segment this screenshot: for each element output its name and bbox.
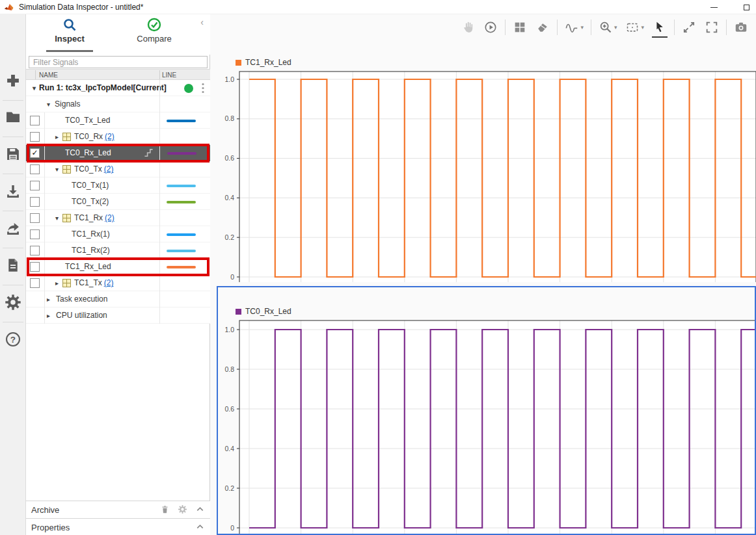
zoom-in-button[interactable]: ▾ (597, 19, 619, 36)
plus-icon (5, 72, 21, 89)
tree-row-cpu-utilization[interactable]: ▸CPU utilization (26, 307, 210, 324)
checkbox[interactable] (30, 278, 40, 288)
checkbox[interactable] (30, 246, 40, 255)
checkbox[interactable] (30, 116, 40, 125)
tree-row-tc1-rx-1-[interactable]: TC1_Rx(1) (26, 226, 210, 242)
line-column (159, 145, 210, 161)
chevron-right-icon[interactable]: ▸ (47, 296, 50, 303)
signal-label: TC1_Tx (74, 278, 102, 287)
signal-label: TC0_Tx(2) (72, 197, 109, 206)
properties-bar[interactable]: Properties (26, 518, 210, 535)
kebab-menu-icon[interactable] (199, 83, 207, 94)
checkbox[interactable] (30, 213, 40, 223)
chevron-right-icon[interactable]: ▸ (55, 280, 59, 287)
camera-button[interactable] (733, 19, 749, 36)
toolbar-divider (557, 20, 558, 35)
checkbox-column-divider (44, 112, 45, 324)
checkbox[interactable] (30, 181, 40, 190)
fullscreen-icon (705, 20, 719, 34)
chevron-up-icon[interactable] (195, 522, 205, 532)
collapse-panel-icon[interactable]: ‹ (200, 17, 204, 27)
tree-row-tc0-rx[interactable]: ▸TC0_Rx(2) (26, 129, 210, 145)
tab-compare-label: Compare (112, 34, 196, 44)
run-header-row[interactable]: ▾Run 1: tc3x_IpcTopModel[Current] (26, 80, 210, 96)
help-button[interactable]: ? (0, 321, 26, 358)
checkbox[interactable] (30, 197, 40, 207)
checkbox[interactable] (30, 229, 40, 239)
tree-row-tc0-tx-1-[interactable]: TC0_Tx(1) (26, 177, 210, 194)
maximize-button[interactable] (742, 3, 751, 12)
fit-view-button[interactable]: ▾ (624, 19, 645, 36)
chevron-down-icon[interactable]: ▾ (55, 166, 59, 173)
chevron-down-icon[interactable]: ▾ (33, 85, 36, 92)
toolbar-divider (591, 20, 591, 35)
chevron-down-icon[interactable]: ▾ (47, 101, 50, 108)
tree-row-tc1-rx[interactable]: ▾TC1_Rx(2) (26, 210, 210, 226)
bus-count-link[interactable]: (2) (105, 213, 115, 222)
save-button[interactable] (0, 136, 26, 172)
export-button[interactable] (0, 210, 26, 246)
trash-icon[interactable] (160, 504, 170, 514)
tab-compare[interactable]: Compare (112, 17, 196, 44)
tree-row-tc0-tx[interactable]: ▾TC0_Tx(2) (26, 161, 210, 177)
plot-canvas[interactable]: 00.20.40.60.81.00123456789 (217, 40, 756, 282)
open-button[interactable] (0, 99, 26, 135)
chevron-down-icon[interactable]: ▾ (55, 215, 59, 222)
tree-row-tc1-tx[interactable]: ▸TC1_Tx(2) (26, 275, 210, 291)
signal-tree: ▾Run 1: tc3x_IpcTopModel[Current]▾Signal… (26, 80, 210, 324)
tree-row-tc0-tx-led[interactable]: TC0_Tx_Led (26, 112, 210, 129)
line-column (159, 242, 210, 259)
pan-button[interactable] (459, 19, 476, 36)
checkbox[interactable] (30, 262, 40, 272)
plot-canvas[interactable]: 00.20.40.60.81.00123456789 (217, 286, 756, 535)
line-swatch (167, 201, 196, 203)
cursor-button[interactable] (651, 19, 668, 36)
svg-text:0: 0 (230, 524, 234, 532)
signal-wave-button[interactable]: ▾ (563, 19, 585, 36)
signals-group-row[interactable]: ▾Signals (26, 96, 210, 112)
tree-row-tc0-rx-led[interactable]: ✓TC0_Rx_Led (26, 145, 210, 161)
fullscreen-button[interactable] (703, 19, 720, 36)
toolbar-divider (726, 20, 727, 35)
archive-bar[interactable]: Archive (26, 501, 210, 518)
maximize-button[interactable] (681, 19, 697, 36)
tab-inspect[interactable]: Inspect (27, 17, 112, 44)
chevron-up-icon[interactable] (195, 504, 205, 514)
chevron-right-icon[interactable]: ▸ (55, 133, 59, 140)
report-button[interactable] (0, 247, 26, 283)
chevron-down-icon[interactable]: ▾ (580, 24, 584, 31)
replay-button[interactable] (482, 19, 499, 36)
bus-count-link[interactable]: (2) (104, 278, 114, 287)
import-button[interactable] (0, 173, 26, 209)
chevron-right-icon[interactable]: ▸ (47, 312, 50, 319)
minimize-button[interactable] (709, 3, 719, 12)
tree-row-tc1-rx-2-[interactable]: TC1_Rx(2) (26, 242, 210, 259)
svg-text:0.2: 0.2 (224, 233, 234, 241)
bus-count-link[interactable]: (2) (105, 132, 115, 141)
checkbox[interactable] (30, 164, 40, 174)
chevron-down-icon[interactable]: ▾ (641, 24, 644, 31)
svg-text:0.8: 0.8 (224, 114, 234, 122)
layout-grid-button[interactable] (511, 19, 528, 36)
subplot-tc0-rx-led[interactable]: TC0_Rx_Led00.20.40.60.81.00123456789 (217, 286, 756, 535)
stairstep-icon (144, 148, 154, 158)
add-button[interactable] (0, 62, 26, 99)
bus-count-link[interactable]: (2) (104, 164, 114, 174)
line-column (159, 194, 210, 210)
subplot-tc1-rx-led[interactable]: TC1_Rx_Led00.20.40.60.81.00123456789 (217, 40, 756, 282)
checkbox[interactable]: ✓ (30, 148, 40, 158)
tree-row-tc0-tx-2-[interactable]: TC0_Tx(2) (26, 194, 210, 210)
tree-row-tc1-rx-led[interactable]: TC1_Rx_Led (26, 259, 210, 275)
search-icon (62, 17, 77, 33)
archive-settings-gear-icon[interactable] (178, 504, 187, 514)
line-swatch (167, 250, 196, 252)
line-column-divider (159, 80, 160, 324)
gear-icon (5, 294, 21, 311)
checkbox[interactable] (30, 132, 40, 142)
chevron-down-icon[interactable]: ▾ (614, 24, 617, 31)
filter-signals-input[interactable] (29, 56, 208, 68)
preferences-button[interactable] (0, 284, 26, 320)
plot-area: ▾▾▾ TC1_Rx_Led00.20.40.60.81.00123456789… (210, 14, 756, 535)
eraser-button[interactable] (534, 19, 551, 36)
tree-row-task-execution[interactable]: ▸Task execution (26, 291, 210, 307)
